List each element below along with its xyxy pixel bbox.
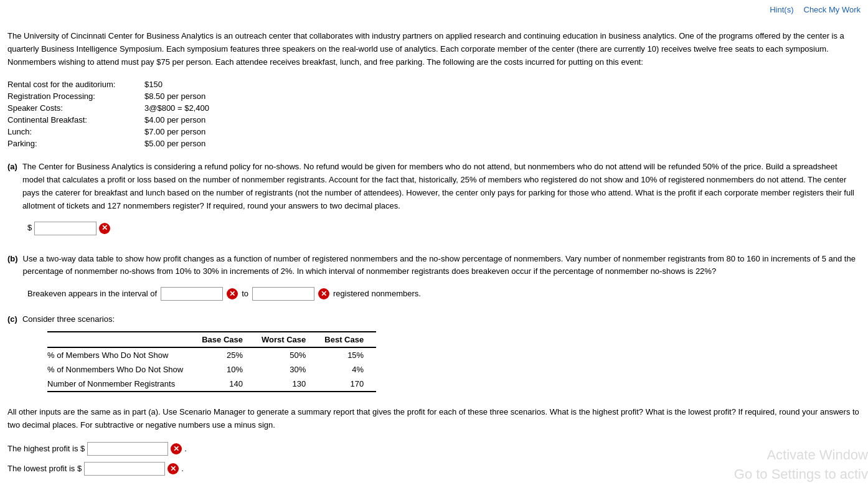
scenarios-cell: 170 <box>318 377 376 392</box>
cost-label: Speaker Costs: <box>7 103 144 113</box>
section-c-letter: (c) <box>7 314 17 324</box>
section-a-answer-row: $ ✕ <box>27 222 861 235</box>
section-a-letter: (a) <box>7 161 17 174</box>
scenarios-cell: 130 <box>255 377 318 392</box>
cost-label: Rental cost for the auditorium: <box>7 80 144 89</box>
highest-profit-label: The highest profit is $ <box>7 444 85 453</box>
cost-value: $4.00 per person <box>144 115 205 125</box>
breakeven-input-to[interactable] <box>252 287 314 301</box>
scenarios-col-header: Base Case <box>196 332 255 347</box>
section-a-input[interactable] <box>34 222 97 235</box>
scenarios-cell: 30% <box>255 362 318 377</box>
highest-period: . <box>184 444 187 453</box>
section-c-text: Consider three scenarios: <box>22 314 115 324</box>
highest-profit-input[interactable] <box>87 442 168 456</box>
cost-row: Rental cost for the auditorium:$150 <box>7 80 861 89</box>
highest-profit-error-icon[interactable]: ✕ <box>171 443 182 454</box>
cost-row: Registration Processing:$8.50 per person <box>7 92 861 101</box>
lowest-profit-row: The lowest profit is $ ✕ . <box>7 462 861 476</box>
cost-label: Parking: <box>7 139 144 148</box>
scenarios-table-row: Number of Nonmember Registrants140130170 <box>47 377 376 392</box>
intro-text: The University of Cincinnati Center for … <box>7 30 861 68</box>
section-c: (c) Consider three scenarios: Base CaseW… <box>7 314 861 476</box>
section-a-text: The Center for Business Analytics is con… <box>22 161 861 212</box>
cost-label: Registration Processing: <box>7 92 144 101</box>
section-b: (b) Use a two-way data table to show how… <box>7 253 861 301</box>
lowest-period: . <box>181 464 184 473</box>
scenarios-table-wrapper: Base CaseWorst CaseBest Case% of Members… <box>27 331 861 392</box>
cost-value: $150 <box>144 80 163 89</box>
check-my-work-link[interactable]: Check My Work <box>804 5 861 14</box>
scenarios-table: Base CaseWorst CaseBest Case% of Members… <box>47 331 376 392</box>
scenarios-cell: 25% <box>196 347 255 362</box>
scenarios-col-header: Best Case <box>318 332 376 347</box>
lowest-profit-error-icon[interactable]: ✕ <box>167 463 179 474</box>
cost-value: $8.50 per person <box>144 92 205 101</box>
registered-label: registered nonmembers. <box>333 288 421 301</box>
cost-label: Continental Breakfast: <box>7 115 144 125</box>
cost-label: Lunch: <box>7 127 144 136</box>
cost-row: Speaker Costs:3@$800 = $2,400 <box>7 103 861 113</box>
lowest-profit-input[interactable] <box>84 462 165 476</box>
section-a: (a) The Center for Business Analytics is… <box>7 161 861 235</box>
section-b-letter: (b) <box>7 253 18 266</box>
section-a-dollar: $ <box>27 222 32 235</box>
cost-row: Parking:$5.00 per person <box>7 139 861 148</box>
breakeven-error-icon-2[interactable]: ✕ <box>318 288 329 299</box>
all-other-text: All other inputs are the same as in part… <box>7 406 861 432</box>
scenarios-col-header <box>47 332 196 347</box>
hint-link[interactable]: Hint(s) <box>770 5 793 14</box>
breakeven-row: Breakeven appears in the interval of ✕ t… <box>27 287 861 301</box>
scenarios-cell: 50% <box>255 347 318 362</box>
scenarios-cell: 4% <box>318 362 376 377</box>
scenarios-table-row: % of Members Who Do Not Show25%50%15% <box>47 347 376 362</box>
cost-row: Lunch:$7.00 per person <box>7 127 861 136</box>
section-a-error-icon[interactable]: ✕ <box>99 223 110 234</box>
section-b-text: Use a two-way data table to show how pro… <box>23 253 861 279</box>
cost-value: $7.00 per person <box>144 127 205 136</box>
breakeven-label: Breakeven appears in the interval of <box>27 288 157 301</box>
scenarios-cell: 10% <box>196 362 255 377</box>
top-bar: Hint(s) Check My Work <box>770 5 861 14</box>
scenarios-table-row: % of Nonmembers Who Do Not Show10%30%4% <box>47 362 376 377</box>
cost-row: Continental Breakfast:$4.00 per person <box>7 115 861 125</box>
cost-table: Rental cost for the auditorium:$150Regis… <box>7 80 861 148</box>
breakeven-input-from[interactable] <box>161 287 223 301</box>
scenarios-cell: 15% <box>318 347 376 362</box>
scenarios-cell: Number of Nonmember Registrants <box>47 377 196 392</box>
scenarios-cell: % of Members Who Do Not Show <box>47 347 196 362</box>
scenarios-cell: 140 <box>196 377 255 392</box>
highest-profit-row: The highest profit is $ ✕ . <box>7 442 861 456</box>
cost-value: 3@$800 = $2,400 <box>144 103 209 113</box>
scenarios-col-header: Worst Case <box>255 332 318 347</box>
cost-value: $5.00 per person <box>144 139 205 148</box>
lowest-profit-label: The lowest profit is $ <box>7 464 82 473</box>
scenarios-cell: % of Nonmembers Who Do Not Show <box>47 362 196 377</box>
breakeven-error-icon-1[interactable]: ✕ <box>227 288 238 299</box>
to-label: to <box>242 288 248 301</box>
